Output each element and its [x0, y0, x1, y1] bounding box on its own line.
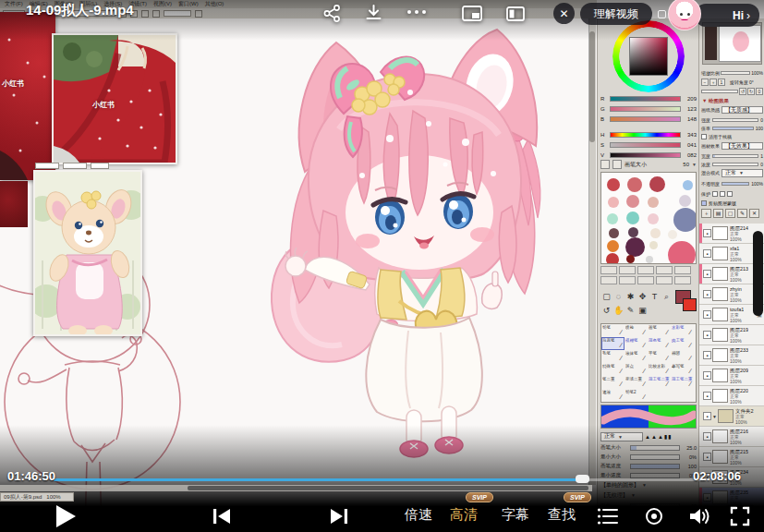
protect-opacity-checkbox[interactable]	[712, 191, 718, 197]
swatch[interactable]	[650, 228, 661, 238]
layer-row[interactable]: ▪图层233正常100%	[699, 345, 764, 366]
layer-toolbar-button[interactable]: ＋	[701, 209, 711, 218]
layer-visibility-toggle[interactable]: ▪	[703, 371, 711, 380]
brush-item[interactable]: 速涂∕	[601, 389, 625, 402]
swatch[interactable]	[607, 213, 618, 224]
previous-icon[interactable]	[211, 507, 233, 526]
quality-button[interactable]: 高清	[450, 506, 478, 524]
swatch[interactable]	[607, 178, 620, 191]
brush-item[interactable]	[671, 389, 694, 402]
brush-item[interactable]: 混色笔∕	[648, 337, 671, 350]
paper-texture-select[interactable]: 【无质感】	[722, 106, 763, 114]
setting-slider[interactable]	[630, 473, 680, 478]
brush-item[interactable]: 平笔∕	[648, 350, 671, 363]
palette-tab[interactable]	[600, 276, 617, 284]
menu-item[interactable]: 窗口(W)	[178, 0, 199, 8]
slider-track-g[interactable]	[610, 106, 681, 112]
opacity-slider[interactable]	[722, 182, 749, 186]
swatch[interactable]	[627, 177, 642, 192]
saturation-value-square[interactable]	[629, 37, 668, 76]
protect-position-checkbox[interactable]	[727, 191, 733, 197]
layer-row[interactable]: ▪▼文件夹2正常100%	[699, 406, 764, 427]
brush-item[interactable]: 变淡二重∕	[625, 376, 648, 389]
swatch[interactable]	[646, 256, 653, 263]
brush-item[interactable]: 斑点∕	[625, 363, 648, 376]
slider-track-b[interactable]	[610, 116, 681, 122]
swatch[interactable]	[626, 212, 639, 224]
checkbox-icon[interactable]	[701, 200, 707, 206]
chevron-down-icon[interactable]: ▼	[692, 162, 697, 167]
swatch[interactable]	[628, 227, 638, 237]
swatch[interactable]	[609, 228, 619, 238]
slider-track-r[interactable]	[610, 96, 681, 102]
brush-item[interactable]: 肉工笔∕	[671, 337, 694, 350]
brush-tip-preview[interactable]	[600, 160, 610, 169]
checkbox-icon[interactable]	[701, 134, 707, 139]
brush-item[interactable]: 涂抹笔∕	[625, 350, 648, 363]
menu-item[interactable]: 视图(V)	[153, 0, 172, 8]
setting-slider[interactable]	[630, 454, 680, 460]
toolbar-button[interactable]	[152, 10, 160, 18]
toolbar-control[interactable]	[164, 10, 191, 17]
zoom-in-button[interactable]: ＋	[709, 79, 717, 86]
palette-tab[interactable]	[656, 276, 673, 284]
brush-item[interactable]: 画笔∕	[648, 324, 671, 337]
picture-in-picture-icon[interactable]	[462, 6, 482, 21]
setting-slider[interactable]	[630, 464, 680, 469]
menu-item[interactable]: 文件(F)	[5, 0, 23, 8]
slider-track-v[interactable]	[610, 152, 681, 158]
playlist-icon[interactable]	[597, 506, 619, 526]
brush-shape-preset[interactable]: 【单纯的圆形】▼	[600, 480, 697, 490]
folder-arrow-icon[interactable]: ▼	[712, 414, 717, 419]
swatch[interactable]	[606, 253, 619, 264]
layer-visibility-toggle[interactable]: ▪	[703, 351, 711, 359]
palette-tab[interactable]	[619, 276, 636, 284]
move-tool-icon[interactable]: ✥	[637, 290, 649, 304]
brush-item[interactable]: 铅笔∕	[601, 324, 625, 337]
brush-item[interactable]: 棉团∕	[671, 350, 694, 363]
swatch[interactable]	[626, 195, 639, 208]
layer-toolbar-button[interactable]: ✕	[749, 209, 759, 218]
prop-slider[interactable]	[712, 118, 758, 122]
brush-item[interactable]: 特殊笔∕	[601, 363, 625, 376]
swatch[interactable]	[668, 230, 677, 239]
layer-visibility-toggle[interactable]: ▪	[703, 331, 711, 339]
apply-lineart-checkbox-row[interactable]: 适用于线稿	[701, 133, 763, 140]
clipping-mask-row[interactable]: 剪贴图层蒙版	[701, 200, 763, 207]
layer-visibility-toggle[interactable]: ▪	[703, 432, 711, 441]
swatch[interactable]	[649, 241, 658, 249]
prop-slider[interactable]	[712, 127, 754, 130]
palette-tab[interactable]	[656, 266, 673, 274]
rotate-ccw-button[interactable]: ↺	[739, 88, 746, 95]
hi-account-button[interactable]: Hi ›	[695, 4, 759, 27]
layer-toolbar-button[interactable]: ▢	[725, 209, 735, 218]
navigator-thumbnail[interactable]	[702, 22, 762, 65]
play-icon[interactable]	[51, 502, 79, 530]
layer-row[interactable]: ▪图层216正常100%	[699, 427, 764, 447]
zoom-tool-icon[interactable]: ⌕	[661, 290, 673, 304]
layer-visibility-toggle[interactable]: ▪	[703, 310, 711, 319]
swatch[interactable]	[679, 195, 691, 207]
magic-wand-tool-icon[interactable]: ✱	[625, 290, 637, 304]
angle-reset-button[interactable]: 0	[756, 88, 763, 95]
find-button[interactable]: 查找	[548, 506, 576, 524]
seek-bar[interactable]	[54, 478, 713, 481]
brush-item[interactable]: 笔二重∕	[601, 376, 625, 389]
brush-item[interactable]: 水彩笔∕	[671, 324, 694, 337]
swatch[interactable]	[648, 213, 659, 224]
brush-shape-icons[interactable]: ▲▲▲▮▮	[645, 433, 672, 440]
setting-slider[interactable]	[630, 445, 680, 451]
slider-track-h[interactable]	[610, 132, 681, 138]
canvas-scrollbar-thumb[interactable]	[589, 31, 595, 142]
blend-mode-select[interactable]: 正常▼	[722, 169, 763, 177]
zoom-reset-button[interactable]: 1	[718, 79, 725, 86]
layer-row[interactable]: ▪图层219正常100%	[699, 325, 764, 345]
speed-button[interactable]: 倍速	[405, 506, 432, 524]
share-icon[interactable]	[323, 5, 341, 22]
brush-item[interactable]: 铅笔2∕	[625, 389, 648, 402]
menu-item[interactable]: 其他(O)	[205, 0, 224, 8]
select-rect-tool-icon[interactable]: ▢	[600, 290, 612, 304]
lasso-tool-icon[interactable]: ◌	[612, 290, 625, 304]
layer-row[interactable]: ▪图层209正常100%	[699, 366, 764, 386]
volume-icon[interactable]	[688, 506, 712, 526]
